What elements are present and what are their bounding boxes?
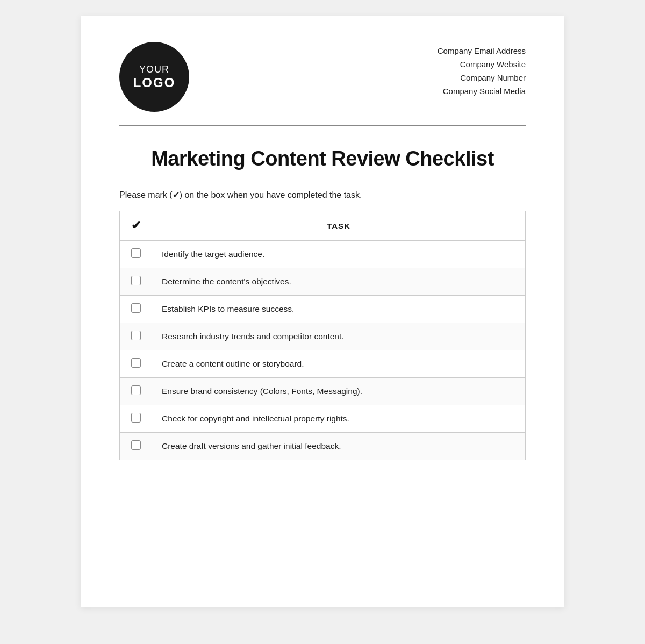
table-row: Determine the content's objectives.	[120, 268, 526, 296]
header-check: ✔	[120, 211, 152, 241]
company-info-item: Company Email Address	[438, 46, 526, 55]
checkbox-cell[interactable]	[120, 296, 152, 323]
company-info: Company Email AddressCompany WebsiteComp…	[438, 42, 526, 96]
table-row: Research industry trends and competitor …	[120, 323, 526, 350]
task-cell: Create a content outline or storyboard.	[152, 350, 526, 378]
logo-line1: YOUR	[139, 64, 169, 75]
task-cell: Identify the target audience.	[152, 241, 526, 268]
checklist-table: ✔ TASK Identify the target audience.Dete…	[119, 211, 526, 460]
table-row: Check for copyright and intellectual pro…	[120, 405, 526, 433]
checkbox-cell[interactable]	[120, 378, 152, 405]
checklist-body: Identify the target audience.Determine t…	[120, 241, 526, 460]
checkbox[interactable]	[131, 331, 141, 340]
checkbox[interactable]	[131, 440, 141, 450]
table-row: Identify the target audience.	[120, 241, 526, 268]
table-row: Create a content outline or storyboard.	[120, 350, 526, 378]
page: YOUR LOGO Company Email AddressCompany W…	[81, 16, 564, 607]
task-cell: Research industry trends and competitor …	[152, 323, 526, 350]
header: YOUR LOGO Company Email AddressCompany W…	[119, 42, 526, 112]
checkbox[interactable]	[131, 413, 141, 423]
logo-line2: LOGO	[133, 75, 176, 90]
instructions-text: Please mark (✔) on the box when you have…	[119, 190, 526, 200]
checkbox-cell[interactable]	[120, 405, 152, 433]
header-divider	[119, 125, 526, 126]
checkbox-cell[interactable]	[120, 268, 152, 296]
checkbox[interactable]	[131, 276, 141, 285]
checkbox-cell[interactable]	[120, 323, 152, 350]
header-task: TASK	[152, 211, 526, 241]
task-cell: Create draft versions and gather initial…	[152, 433, 526, 460]
logo: YOUR LOGO	[119, 42, 189, 112]
checkbox[interactable]	[131, 385, 141, 395]
table-row: Establish KPIs to measure success.	[120, 296, 526, 323]
task-cell: Check for copyright and intellectual pro…	[152, 405, 526, 433]
table-row: Create draft versions and gather initial…	[120, 433, 526, 460]
checkbox[interactable]	[131, 358, 141, 368]
page-title: Marketing Content Review Checklist	[119, 147, 526, 170]
checkbox[interactable]	[131, 303, 141, 313]
checkbox[interactable]	[131, 248, 141, 258]
title-section: Marketing Content Review Checklist	[119, 147, 526, 170]
task-cell: Establish KPIs to measure success.	[152, 296, 526, 323]
table-row: Ensure brand consistency (Colors, Fonts,…	[120, 378, 526, 405]
task-cell: Ensure brand consistency (Colors, Fonts,…	[152, 378, 526, 405]
company-info-item: Company Number	[438, 73, 526, 82]
checkbox-cell[interactable]	[120, 350, 152, 378]
checkbox-cell[interactable]	[120, 433, 152, 460]
company-info-item: Company Website	[438, 60, 526, 69]
task-cell: Determine the content's objectives.	[152, 268, 526, 296]
checkbox-cell[interactable]	[120, 241, 152, 268]
table-header-row: ✔ TASK	[120, 211, 526, 241]
company-info-item: Company Social Media	[438, 87, 526, 96]
